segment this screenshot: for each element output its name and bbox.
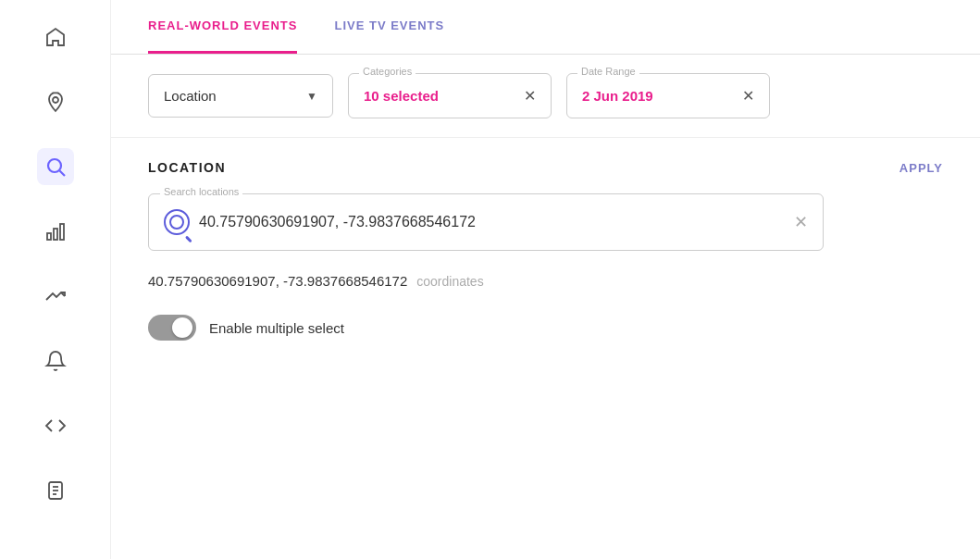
multiple-select-label: Enable multiple select — [209, 320, 344, 336]
search-location-wrapper: Search locations 40.75790630691907, -73.… — [148, 193, 824, 251]
chevron-down-icon: ▼ — [306, 90, 317, 103]
multiple-select-toggle-row: Enable multiple select — [148, 315, 943, 341]
sidebar-item-analytics[interactable] — [37, 213, 74, 250]
sidebar — [0, 0, 111, 559]
svg-rect-5 — [60, 224, 64, 240]
categories-filter-chip[interactable]: Categories 10 selected ✕ — [348, 73, 552, 118]
date-range-filter-wrapper: Date Range 2 Jun 2019 ✕ — [566, 73, 770, 118]
sidebar-item-search[interactable] — [37, 148, 74, 185]
categories-filter-label: Categories — [359, 66, 416, 77]
coordinates-value: 40.75790630691907, -73.9837668546172 — [148, 273, 407, 289]
search-location-icon — [164, 209, 190, 235]
search-location-inner: 40.75790630691907, -73.9837668546172 ✕ — [164, 209, 808, 235]
tab-live-tv[interactable]: Live TV Events — [334, 0, 444, 54]
date-range-filter-chip[interactable]: Date Range 2 Jun 2019 ✕ — [566, 73, 770, 118]
svg-point-0 — [53, 97, 58, 103]
search-clear-icon[interactable]: ✕ — [794, 212, 808, 232]
main-content: Real-World Events Live TV Events Locatio… — [111, 0, 980, 559]
apply-button[interactable]: APPLY — [899, 161, 943, 175]
search-location-label: Search locations — [160, 186, 242, 197]
coordinates-label: coordinates — [416, 274, 483, 289]
sidebar-item-code[interactable] — [37, 407, 74, 444]
svg-rect-4 — [54, 229, 57, 240]
sidebar-item-trending[interactable] — [37, 278, 74, 315]
categories-filter-wrapper: Categories 10 selected ✕ — [348, 73, 552, 118]
location-filter-label: Location — [164, 88, 217, 104]
svg-line-2 — [59, 171, 65, 177]
date-range-clear-icon[interactable]: ✕ — [742, 87, 754, 105]
svg-rect-3 — [47, 233, 51, 240]
sidebar-item-home[interactable] — [37, 19, 74, 56]
tab-real-world[interactable]: Real-World Events — [148, 0, 297, 54]
sidebar-item-notifications[interactable] — [37, 342, 74, 379]
sidebar-item-clipboard[interactable] — [37, 472, 74, 509]
sidebar-item-location[interactable] — [37, 83, 74, 120]
search-location-value: 40.75790630691907, -73.9837668546172 — [199, 214, 785, 230]
location-panel-header: LOCATION APPLY — [148, 160, 943, 175]
date-range-filter-label: Date Range — [577, 66, 639, 77]
location-panel-title: LOCATION — [148, 160, 226, 175]
svg-point-1 — [48, 159, 61, 172]
tabs-bar: Real-World Events Live TV Events — [111, 0, 980, 55]
filters-row: Location ▼ Categories 10 selected ✕ Date… — [111, 55, 980, 137]
coordinates-row[interactable]: 40.75790630691907, -73.9837668546172 coo… — [148, 269, 943, 292]
location-panel: LOCATION APPLY Search locations 40.75790… — [111, 137, 980, 559]
categories-filter-value: 10 selected — [364, 88, 509, 104]
multiple-select-toggle[interactable] — [148, 315, 196, 341]
categories-clear-icon[interactable]: ✕ — [524, 87, 536, 105]
location-filter-dropdown[interactable]: Location ▼ — [148, 74, 333, 118]
toggle-knob — [172, 317, 192, 338]
date-range-filter-value: 2 Jun 2019 — [582, 88, 727, 104]
